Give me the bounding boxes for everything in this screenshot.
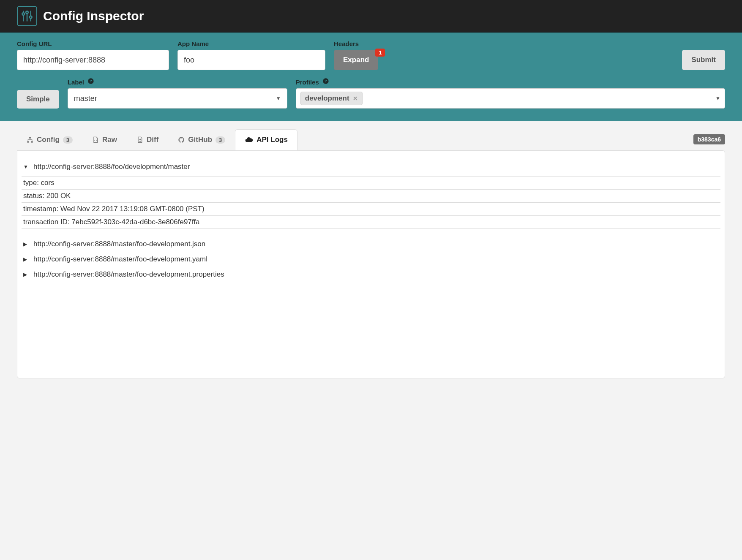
label-field-label: Label ? <box>68 78 287 86</box>
help-icon[interactable]: ? <box>87 78 94 84</box>
headers-label: Headers <box>334 40 378 47</box>
file-code-icon <box>92 136 99 143</box>
github-icon <box>178 136 185 143</box>
detail-row: timestamp: Wed Nov 22 2017 13:19:08 GMT-… <box>22 203 720 216</box>
tab-label: GitHub <box>188 136 212 144</box>
svg-rect-12 <box>31 141 33 142</box>
svg-point-4 <box>26 11 28 14</box>
tab-api-logs[interactable]: API Logs <box>235 129 297 150</box>
remove-tag-icon[interactable]: ✕ <box>353 95 358 102</box>
tab-bar: Config 3 Raw Diff GitHub 3 API Logs b383… <box>17 129 725 150</box>
profile-tag-label: development <box>305 94 349 103</box>
simple-button[interactable]: Simple <box>17 90 59 109</box>
log-url: http://config-server:8888/master/foo-dev… <box>33 255 207 264</box>
app-name-label: App Name <box>177 40 325 47</box>
detail-row: type: cors <box>22 177 720 190</box>
tab-count: 3 <box>216 136 225 144</box>
tab-github[interactable]: GitHub 3 <box>168 129 235 150</box>
app-title: Config Inspector <box>43 9 144 23</box>
submit-button[interactable]: Submit <box>682 50 725 70</box>
chevron-down-icon: ▼ <box>715 95 720 101</box>
query-form: Config URL App Name Headers Expand 1 Sub… <box>0 33 742 121</box>
tab-label: Config <box>37 136 60 144</box>
caret-down-icon: ▼ <box>23 164 29 170</box>
log-entry-collapsed[interactable]: ▶ http://config-server:8888/master/foo-d… <box>22 267 720 282</box>
profile-tag: development ✕ <box>300 92 363 105</box>
chevron-down-icon: ▼ <box>276 95 281 101</box>
profiles-input[interactable]: development ✕ ▼ <box>296 88 725 109</box>
cloud-icon <box>245 136 253 144</box>
results-area: Config 3 Raw Diff GitHub 3 API Logs b383… <box>0 121 742 395</box>
label-select-value: master <box>74 94 97 103</box>
label-select[interactable]: master ▼ <box>68 88 287 109</box>
profiles-label: Profiles ? <box>296 78 725 86</box>
svg-rect-11 <box>27 141 29 142</box>
detail-row: status: 200 OK <box>22 190 720 203</box>
api-logs-panel: ▼ http://config-server:8888/foo/developm… <box>17 150 725 378</box>
version-badge: b383ca6 <box>693 134 725 144</box>
label-text: Label <box>68 79 84 86</box>
tab-label: Diff <box>147 136 158 144</box>
detail-row: transaction ID: 7ebc592f-303c-42da-d6bc-… <box>22 216 720 229</box>
app-header: Config Inspector <box>0 0 742 33</box>
log-url: http://config-server:8888/foo/developmen… <box>33 163 190 171</box>
caret-right-icon: ▶ <box>23 241 29 247</box>
svg-point-3 <box>22 13 25 15</box>
file-diff-icon <box>136 136 143 143</box>
svg-text:?: ? <box>325 79 327 83</box>
config-url-input[interactable] <box>17 50 169 70</box>
sitemap-icon <box>27 136 33 143</box>
expand-headers-button[interactable]: Expand <box>334 50 378 70</box>
log-entry-expanded[interactable]: ▼ http://config-server:8888/foo/developm… <box>22 159 720 174</box>
log-url: http://config-server:8888/master/foo-dev… <box>33 240 205 248</box>
app-name-input[interactable] <box>177 50 325 70</box>
sliders-icon <box>21 10 33 22</box>
tab-label: Raw <box>102 136 117 144</box>
tab-diff[interactable]: Diff <box>127 129 168 150</box>
app-logo <box>17 6 37 26</box>
svg-point-5 <box>30 16 32 19</box>
tab-config[interactable]: Config 3 <box>17 129 82 150</box>
help-icon[interactable]: ? <box>322 78 329 84</box>
svg-text:?: ? <box>90 79 92 83</box>
caret-right-icon: ▶ <box>23 256 29 262</box>
config-url-label: Config URL <box>17 40 169 47</box>
svg-rect-10 <box>29 137 31 138</box>
caret-right-icon: ▶ <box>23 272 29 277</box>
headers-count-badge: 1 <box>375 49 385 57</box>
tab-count: 3 <box>63 136 73 144</box>
log-details: type: cors status: 200 OK timestamp: Wed… <box>22 176 720 229</box>
log-entry-collapsed[interactable]: ▶ http://config-server:8888/master/foo-d… <box>22 237 720 252</box>
log-url: http://config-server:8888/master/foo-dev… <box>33 270 224 279</box>
tab-label: API Logs <box>256 136 288 144</box>
tab-raw[interactable]: Raw <box>82 129 127 150</box>
profiles-text: Profiles <box>296 79 319 86</box>
log-entry-collapsed[interactable]: ▶ http://config-server:8888/master/foo-d… <box>22 252 720 267</box>
